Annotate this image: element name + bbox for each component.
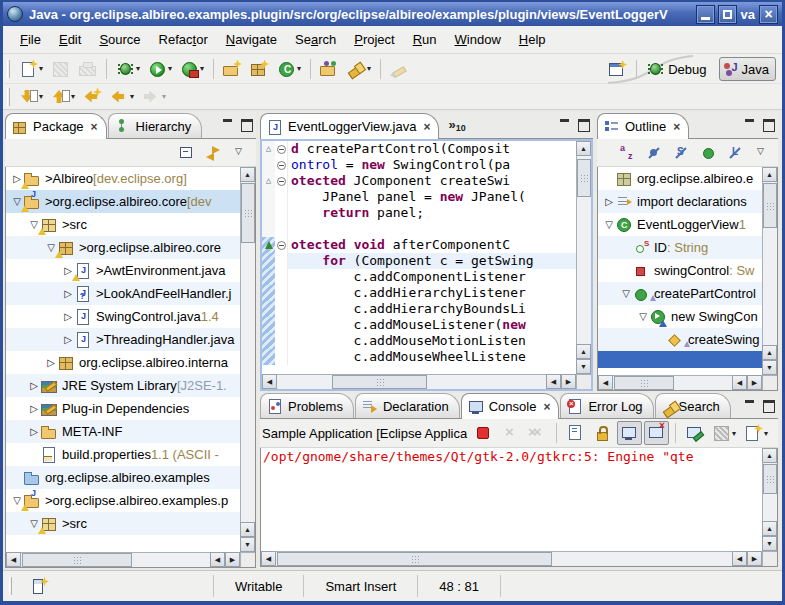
- horizontal-scrollbar[interactable]: ◀ ◀ ▶: [6, 552, 240, 567]
- fold-ruler-cell[interactable]: [275, 157, 288, 173]
- back-button[interactable]: ▾: [107, 85, 137, 109]
- menu-edit[interactable]: Edit: [50, 32, 90, 47]
- tree-item[interactable]: ▷>Albireo [dev.eclipse.org]: [6, 167, 240, 190]
- tab-outline[interactable]: Outline ×: [597, 113, 689, 139]
- scroll-up-button[interactable]: ▲: [576, 141, 591, 156]
- tree-item[interactable]: ID : String: [598, 236, 762, 259]
- dropdown-arrow-icon[interactable]: ▾: [136, 64, 140, 73]
- vertical-scrollbar[interactable]: ▲ ▲ ▼: [762, 167, 777, 375]
- scrollbar-thumb[interactable]: [763, 183, 777, 228]
- expand-arrow-icon[interactable]: ▷: [61, 334, 75, 345]
- dropdown-arrow-icon[interactable]: ▾: [162, 92, 166, 101]
- code-line[interactable]: c.addComponentListener: [262, 269, 576, 285]
- show-stdout-button[interactable]: [617, 421, 642, 445]
- tree-item[interactable]: createSwing: [598, 328, 762, 351]
- fold-ruler-cell[interactable]: [275, 141, 288, 157]
- scroll-left-button[interactable]: ◀: [546, 374, 561, 389]
- tree-item[interactable]: ▽>src: [6, 213, 240, 236]
- tree-item[interactable]: build.properties 1.1 (ASCII -: [6, 443, 240, 466]
- close-icon[interactable]: ×: [673, 121, 680, 133]
- tab-search[interactable]: Search: [655, 393, 731, 418]
- horizontal-scrollbar[interactable]: ◀ ◀ ▶: [262, 374, 576, 389]
- vertical-scrollbar[interactable]: ▲ ▲ ▼: [762, 448, 777, 551]
- tab-problems[interactable]: Problems: [260, 393, 354, 418]
- new-wizard-button[interactable]: ▾: [16, 57, 46, 81]
- expand-arrow-icon[interactable]: ▽: [602, 219, 616, 230]
- collapse-marker-icon[interactable]: [277, 145, 286, 154]
- expand-arrow-icon[interactable]: ▷: [61, 311, 75, 322]
- new-java-project-button[interactable]: [220, 57, 245, 81]
- collapse-marker-icon[interactable]: [277, 161, 286, 170]
- code-line[interactable]: c.addMouseListener(new: [262, 317, 576, 333]
- menu-help[interactable]: Help: [510, 32, 555, 47]
- scrollbar-thumb[interactable]: [241, 183, 255, 243]
- tree-item[interactable]: ▽>src: [6, 512, 240, 535]
- code-line[interactable]: return panel;: [262, 205, 576, 221]
- selected-item-bar[interactable]: [598, 351, 762, 368]
- dropdown-arrow-icon[interactable]: ▾: [39, 92, 43, 101]
- code-area[interactable]: △d createPartControl(Compositontrol = ne…: [262, 141, 576, 374]
- tree-item[interactable]: org.eclipse.albireo.examples: [6, 466, 240, 489]
- menu-source[interactable]: Source: [90, 32, 149, 47]
- toolbar-handle[interactable]: [7, 88, 10, 106]
- tab-console[interactable]: Console×: [461, 393, 560, 419]
- vertical-scrollbar[interactable]: ▲ ▲ ▼: [576, 141, 591, 374]
- scrollbar-thumb[interactable]: [277, 552, 552, 566]
- tree-item[interactable]: ▽new SwingCon: [598, 305, 762, 328]
- code-line[interactable]: c.addHierarchyBoundsLi: [262, 301, 576, 317]
- filter-local-button[interactable]: [723, 141, 748, 165]
- filter-static-button[interactable]: [669, 141, 694, 165]
- console-output-area[interactable]: /opt/gnome/share/themes/Qt/gtk-2.0/gtkrc…: [260, 448, 778, 567]
- scroll-up-button[interactable]: ▲: [576, 344, 591, 359]
- search-button[interactable]: ▾: [344, 57, 374, 81]
- scroll-down-button[interactable]: ▼: [576, 359, 591, 374]
- tree-item[interactable]: ▷>LookAndFeelHandler.j: [6, 282, 240, 305]
- minimize-view-button[interactable]: [743, 117, 757, 130]
- code-line[interactable]: c.addHierarchyListener: [262, 285, 576, 301]
- run-button[interactable]: ▾: [145, 57, 175, 81]
- scrollbar-thumb[interactable]: [577, 159, 591, 197]
- expand-arrow-icon[interactable]: ▷: [602, 196, 616, 207]
- code-line[interactable]: ontrol = new SwingControl(pa: [262, 157, 576, 173]
- tab-package-explorer[interactable]: Package ×: [5, 113, 107, 139]
- expand-arrow-icon[interactable]: ▷: [44, 357, 58, 368]
- dropdown-arrow-icon[interactable]: ▾: [764, 429, 768, 438]
- open-perspective-button[interactable]: [605, 57, 630, 81]
- tree-item[interactable]: ▽createPartControl: [598, 282, 762, 305]
- editor-body[interactable]: △d createPartControl(Compositontrol = ne…: [260, 139, 593, 391]
- scrollbar-thumb[interactable]: [22, 553, 132, 567]
- toolbar-handle[interactable]: [7, 60, 10, 78]
- tree-item[interactable]: ▷org.eclipse.albireo.interna: [6, 351, 240, 374]
- scroll-lock-button[interactable]: [590, 421, 615, 445]
- clear-console-button[interactable]: [563, 421, 588, 445]
- scroll-left-button[interactable]: ◀: [262, 374, 277, 389]
- expand-arrow-icon[interactable]: ▷: [27, 380, 41, 391]
- minimize-view-button[interactable]: [221, 117, 235, 130]
- tree-item[interactable]: ▷Plug-in Dependencies: [6, 397, 240, 420]
- scrollbar-thumb[interactable]: [332, 375, 427, 389]
- scroll-left-button[interactable]: ◀: [732, 375, 747, 390]
- maximize-button[interactable]: [718, 5, 737, 24]
- tree-item[interactable]: ▽>org.eclipse.albireo.core: [6, 236, 240, 259]
- last-edit-location-button[interactable]: [80, 85, 105, 109]
- prev-annotation-button[interactable]: ▾: [48, 85, 78, 109]
- fast-view-button[interactable]: [27, 574, 52, 598]
- dropdown-arrow-icon[interactable]: ▾: [130, 92, 134, 101]
- link-editor-button[interactable]: [201, 141, 226, 165]
- menu-search[interactable]: Search: [286, 32, 345, 47]
- filter-public-button[interactable]: [696, 141, 721, 165]
- scrollbar-thumb[interactable]: [763, 464, 777, 494]
- scroll-up-button[interactable]: ▲: [762, 167, 777, 182]
- code-line[interactable]: c.addMouseWheelListene: [262, 349, 576, 365]
- terminate-button[interactable]: [471, 421, 496, 445]
- new-package-button[interactable]: [247, 57, 272, 81]
- scrollbar-thumb[interactable]: [614, 376, 674, 390]
- close-icon[interactable]: ×: [423, 121, 430, 133]
- menu-file[interactable]: File: [11, 32, 50, 47]
- horizontal-scrollbar[interactable]: ◀ ◀ ▶: [598, 375, 762, 390]
- maximize-view-button[interactable]: [761, 117, 775, 130]
- display-console-button[interactable]: ▾: [709, 421, 739, 445]
- scroll-left-button[interactable]: ◀: [598, 375, 613, 390]
- tree-item[interactable]: ▽>org.eclipse.albireo.core [dev: [6, 190, 240, 213]
- code-line[interactable]: △d createPartControl(Composit: [262, 141, 576, 157]
